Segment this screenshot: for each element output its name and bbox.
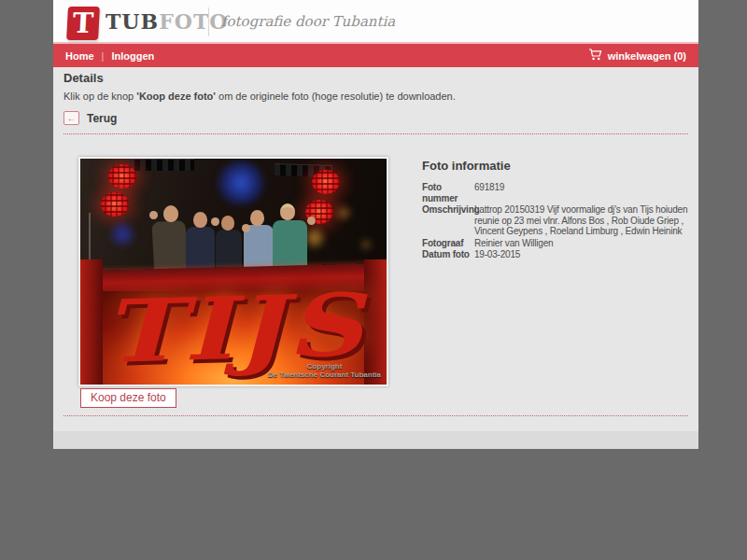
cart-icon — [588, 49, 602, 63]
red-stage-light — [101, 192, 129, 217]
site-tagline: fotografie door Tubantia — [221, 13, 395, 30]
info-label: Omschrijving — [422, 204, 474, 237]
info-row-fotograaf: Fotograaf Reinier van Willigen — [422, 238, 695, 249]
red-stage-light — [312, 170, 340, 194]
person-5-head — [280, 203, 295, 220]
person-4-head — [250, 210, 264, 226]
page-title: Details — [63, 71, 104, 85]
header-divider — [208, 7, 209, 36]
cart-area[interactable]: winkelwagen (0) — [588, 49, 686, 63]
info-value: 691819 — [474, 182, 695, 203]
copyright-watermark: Copyright De Twentsche Courant Tubantia — [268, 362, 381, 379]
copyright-line2: De Twentsche Courant Tubantia — [268, 371, 381, 379]
nav-home-link[interactable]: Home — [65, 50, 94, 62]
instruction-text: Klik op de knop 'Koop deze foto' om de o… — [63, 91, 456, 102]
person-3-head — [221, 216, 234, 231]
info-value: Reinier van Willigen — [474, 238, 695, 249]
blue-light-bokeh — [217, 161, 265, 205]
amber-light-bokeh — [359, 237, 374, 252]
site-panel: T TUBFOTO fotografie door Tubantia Home … — [53, 0, 698, 449]
copyright-line1: Copyright — [268, 362, 381, 371]
back-label[interactable]: Terug — [87, 112, 117, 125]
person-2-hand — [211, 217, 219, 226]
instruction-pre: Klik op de knop — [63, 91, 136, 102]
photo-preview[interactable]: TIJS Copyright De Twentsche Courant Tuba… — [78, 157, 388, 386]
site-header: T TUBFOTO fotografie door Tubantia — [53, 0, 698, 44]
brand-foto: FOTO — [159, 9, 228, 34]
photo-info-title: Foto informatie — [422, 159, 695, 173]
info-row-fotonummer: Foto nummer 691819 — [422, 182, 695, 203]
dotted-separator-top — [63, 133, 688, 134]
person-1-head — [163, 205, 178, 222]
cart-label[interactable]: winkelwagen (0) — [608, 50, 686, 62]
brand-tub: TUB — [106, 9, 159, 34]
person-1-hand — [149, 211, 158, 219]
photo-scene: TIJS Copyright De Twentsche Courant Tuba… — [80, 159, 387, 385]
tubfoto-logo-icon[interactable]: T — [66, 7, 100, 40]
person-5-hand — [307, 217, 316, 225]
main-nav: Home | Inloggen winkelwagen (0) — [53, 44, 698, 67]
nav-divider: | — [102, 50, 105, 62]
info-row-omschrijving: Omschrijving Lattrop 20150319 Vijf voorm… — [422, 204, 695, 237]
person-4-hand — [242, 224, 250, 232]
info-label: Datum foto — [422, 249, 474, 260]
photo-info-section: Foto informatie Foto nummer 691819 Omsch… — [422, 159, 695, 261]
panel-footer — [53, 431, 698, 449]
back-arrow-icon[interactable]: ← — [63, 111, 79, 125]
person-2-head — [193, 212, 207, 228]
buy-photo-button[interactable]: Koop deze foto — [80, 388, 176, 408]
info-value: Lattrop 20150319 Vijf voormalige dj's va… — [474, 204, 695, 237]
stage-truss-left — [129, 159, 194, 171]
info-label: Fotograaf — [422, 238, 474, 249]
info-value: 19-03-2015 — [474, 249, 695, 260]
info-label: Foto nummer — [422, 182, 474, 203]
red-stage-light — [108, 164, 136, 189]
dotted-separator-bottom — [63, 415, 688, 416]
blue-light-bokeh — [108, 220, 136, 248]
instruction-post: om de originele foto (hoge resolutie) te… — [216, 91, 456, 102]
back-button[interactable]: ← Terug — [63, 111, 117, 125]
amber-light-bokeh — [334, 203, 353, 222]
brand-wordmark[interactable]: TUBFOTO — [106, 9, 228, 34]
instruction-bold: 'Koop deze foto' — [136, 91, 216, 102]
nav-inloggen-link[interactable]: Inloggen — [111, 50, 154, 62]
info-row-datumfoto: Datum foto 19-03-2015 — [422, 249, 695, 260]
